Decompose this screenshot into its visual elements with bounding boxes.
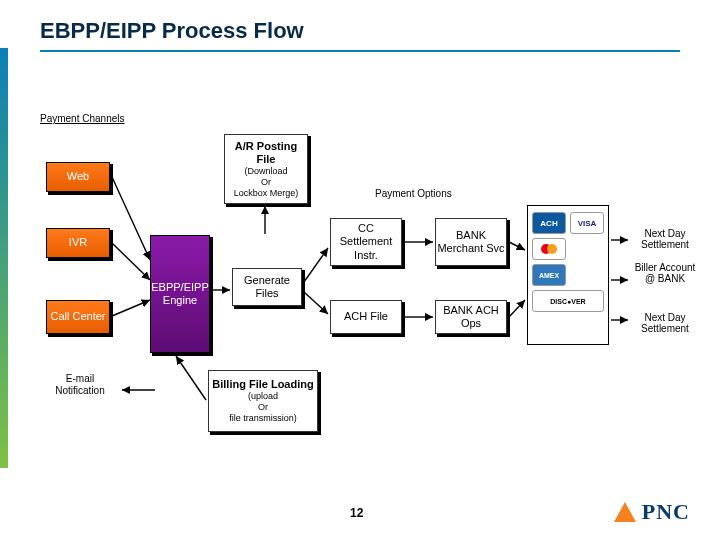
channel-email: E-mail Notification — [40, 370, 120, 400]
generate-files: Generate Files — [232, 268, 302, 306]
billing-sub: (upload Or file transmission) — [229, 391, 297, 423]
logo-empty — [570, 238, 604, 260]
channel-call-center: Call Center — [46, 300, 110, 334]
channel-ivr: IVR — [46, 228, 110, 258]
flow-arrows — [0, 0, 720, 540]
svg-line-8 — [304, 292, 328, 314]
title-underline — [40, 50, 680, 52]
cc-settlement-instr: CC Settlement Instr. — [330, 218, 402, 266]
section-payment-options: Payment Options — [375, 188, 452, 199]
logo-discover: DISC●VER — [532, 290, 604, 312]
svg-line-7 — [304, 248, 328, 282]
svg-line-12 — [509, 300, 525, 317]
bank-merchant-svc: BANK Merchant Svc — [435, 218, 507, 266]
logo-visa: VISA — [570, 212, 604, 234]
svg-line-0 — [112, 177, 150, 260]
channel-web: Web — [46, 162, 110, 192]
card-logos: ACH VISA AMEX DISC●VER — [532, 212, 604, 312]
ach-file: ACH File — [330, 300, 402, 334]
pnc-text: PNC — [642, 499, 690, 525]
billing-file-loading: Billing File Loading (upload Or file tra… — [208, 370, 318, 432]
page-number: 12 — [350, 506, 363, 520]
logo-ach: ACH — [532, 212, 566, 234]
logo-mastercard — [532, 238, 566, 260]
ar-title: A/R Posting File — [225, 140, 307, 166]
note-next-day-1: Next Day Settlement — [630, 228, 700, 250]
svg-line-5 — [176, 356, 206, 400]
slide-title: EBPP/EIPP Process Flow — [40, 18, 304, 44]
ar-posting-file: A/R Posting File (Download Or Lockbox Me… — [224, 134, 308, 204]
svg-line-2 — [112, 300, 150, 316]
logo-empty2 — [570, 264, 604, 286]
slide-accent-bar — [0, 48, 8, 468]
billing-title: Billing File Loading — [212, 378, 313, 391]
svg-line-11 — [509, 242, 525, 250]
ar-sub: (Download Or Lockbox Merge) — [234, 166, 299, 198]
logo-amex: AMEX — [532, 264, 566, 286]
note-biller-account: Biller Account @ BANK — [630, 262, 700, 284]
svg-line-1 — [112, 243, 150, 280]
note-next-day-2: Next Day Settlement — [630, 312, 700, 334]
section-payment-channels: Payment Channels — [40, 113, 125, 124]
ebpp-eipp-engine: EBPP/EIPP Engine — [150, 235, 210, 353]
bank-ach-ops: BANK ACH Ops — [435, 300, 507, 334]
pnc-logo: PNC — [614, 499, 690, 525]
pnc-triangle-icon — [614, 502, 636, 522]
